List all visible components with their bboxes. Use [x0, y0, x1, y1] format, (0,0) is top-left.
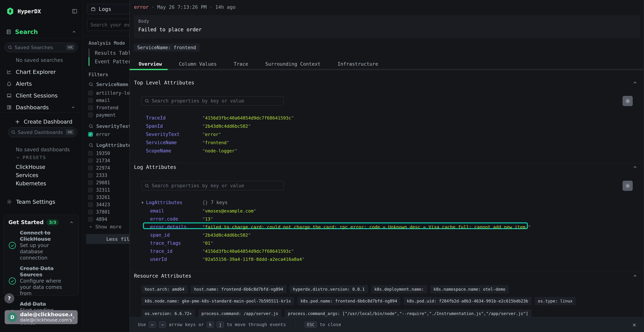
less-filters-button[interactable]: Less filters	[86, 234, 130, 244]
saved-searches-input[interactable]: ⌘K	[5, 42, 78, 52]
top-attrs-settings-button[interactable]	[622, 96, 633, 106]
attr-key[interactable]: userId	[150, 256, 167, 262]
filter-option[interactable]: email	[88, 96, 110, 104]
attr-key[interactable]: LogAttributes	[146, 200, 182, 205]
saved-dashboards-input[interactable]: ⌘K	[8, 127, 77, 137]
source-select[interactable]: Logs	[87, 4, 130, 14]
attr-key[interactable]: SpanId	[146, 124, 163, 129]
checkbox[interactable]	[88, 202, 93, 207]
top-attrs-search-input[interactable]	[142, 96, 284, 106]
filter-group-servicename[interactable]: ServiceName	[88, 82, 128, 87]
attr-key[interactable]: span_id	[150, 232, 170, 238]
mode-event-patterns[interactable]: Event Patterns	[88, 57, 130, 66]
sidebar-collapse-icon[interactable]	[72, 8, 78, 14]
top-attrs-search-field[interactable]	[152, 98, 281, 104]
attr-key[interactable]: trace_flags	[150, 240, 181, 246]
checkbox[interactable]	[88, 113, 93, 117]
tab-overview[interactable]: Overview	[139, 61, 162, 67]
resource-tag[interactable]: os.type: linux	[535, 297, 576, 305]
checkbox[interactable]	[88, 166, 93, 170]
attr-key[interactable]: ServiceName	[146, 140, 177, 145]
checkbox[interactable]	[88, 195, 93, 200]
filter-option[interactable]: 22974	[88, 164, 110, 172]
chevron-up-icon[interactable]	[71, 105, 75, 110]
servicename-chip[interactable]: ServiceName: frontend	[134, 44, 200, 52]
resource-tag[interactable]: k8s.pod.uid: f284fb2d-a0b3-4634-991b-e2c…	[404, 297, 532, 305]
filter-option[interactable]: 19350	[88, 150, 110, 157]
log-attrs-search-field[interactable]	[152, 183, 281, 188]
sidebar-item-clickhouse[interactable]: ClickHouse	[16, 164, 46, 170]
sidebar-item-team-settings[interactable]: Team Settings	[0, 198, 82, 206]
resource-tag[interactable]: k8s.deployment.name:	[371, 285, 427, 293]
checkbox[interactable]	[88, 210, 93, 214]
chevron-up-icon[interactable]	[72, 30, 76, 34]
sidebar-item-dashboards[interactable]: Dashboards	[0, 103, 82, 112]
get-started-header[interactable]: Get Started 3/3	[8, 219, 74, 226]
create-dashboard-button[interactable]: + Create Dashboard	[0, 117, 82, 126]
show-more-button[interactable]: Show more	[88, 224, 122, 230]
get-started-step-connect[interactable]: Connect to ClickHouse Set up your databa…	[8, 230, 74, 261]
checkbox[interactable]	[88, 173, 93, 178]
checkbox[interactable]	[88, 158, 93, 163]
sidebar-item-chart-explorer[interactable]: Chart Explorer	[0, 68, 82, 76]
tab-column-values[interactable]: Column Values	[179, 61, 217, 67]
filter-option[interactable]: 21734	[88, 157, 110, 164]
resource-tag[interactable]: hyperdx.distro.version: 0.8.1	[290, 285, 368, 293]
events-search-input[interactable]	[87, 19, 130, 31]
filter-option[interactable]: payment	[88, 111, 116, 118]
resource-tag[interactable]: k8s.namespace.name: otel-demo	[430, 285, 509, 293]
resource-tag[interactable]: k8s.pod.name: frontend-6b6c8d7bfd-ng894	[297, 297, 400, 305]
attr-key[interactable]: TraceId	[146, 115, 166, 120]
help-button[interactable]: ?	[4, 293, 14, 304]
checkbox[interactable]	[88, 180, 93, 185]
chevron-up-icon[interactable]	[69, 220, 74, 225]
checkbox[interactable]	[88, 217, 93, 222]
sidebar-item-alerts[interactable]: Alerts	[0, 80, 82, 88]
resource-tag[interactable]: host.name: frontend-6b6c8d7bfd-ng894	[191, 285, 286, 293]
tab-trace[interactable]: Trace	[234, 61, 248, 67]
filter-option[interactable]: 32311	[88, 186, 110, 194]
log-attrs-search-input[interactable]	[142, 181, 284, 190]
filter-option[interactable]: 4894	[88, 216, 107, 223]
resource-tag[interactable]: process.command: /app/server.js	[198, 310, 282, 318]
resource-tag[interactable]: os.version: 6.6.72+	[142, 310, 195, 318]
filter-option[interactable]: artillery-loadgen	[88, 89, 130, 96]
resource-tag[interactable]: host.arch: amd64	[142, 285, 188, 293]
saved-searches-field[interactable]	[14, 45, 66, 50]
close-icon[interactable]: ✕	[632, 321, 636, 328]
attr-key[interactable]: ScopeName	[146, 148, 171, 154]
attr-key[interactable]: error.code	[150, 216, 178, 222]
chevron-up-icon[interactable]	[632, 80, 638, 85]
mode-results-table[interactable]: Results Table	[88, 49, 130, 57]
checkbox[interactable]	[88, 151, 93, 156]
caret-down-icon[interactable]: ▾	[142, 200, 144, 205]
resource-tag[interactable]: k8s.node.name: gke-pme-k8s-standard-main…	[142, 297, 294, 305]
sidebar-item-client-sessions[interactable]: Client Sessions	[0, 91, 82, 100]
events-search-field[interactable]	[90, 22, 130, 28]
saved-dashboards-field[interactable]	[18, 130, 66, 135]
filter-option[interactable]: 33261	[88, 194, 110, 201]
filter-group-severitytext[interactable]: SeverityText	[88, 124, 130, 129]
presets-toggle[interactable]: PRESETS	[16, 155, 46, 160]
filter-group-logattributes[interactable]: LogAttributes	[88, 142, 130, 148]
resource-tag[interactable]: process.command_args: ["/usr/local/bin/n…	[284, 310, 531, 318]
filter-option[interactable]: 2333	[88, 172, 107, 179]
filter-option-error[interactable]: error	[88, 130, 110, 138]
sidebar-item-search[interactable]: Search	[6, 28, 76, 36]
attr-key[interactable]: email	[150, 208, 164, 214]
tree-root-row[interactable]: ▾ LogAttributes {} 7 keys	[130, 198, 644, 207]
filter-option[interactable]: 29081	[88, 179, 110, 186]
checkbox[interactable]	[88, 188, 93, 192]
checkbox[interactable]	[88, 105, 93, 110]
tab-surrounding-context[interactable]: Surrounding Context	[265, 61, 320, 67]
checkbox[interactable]	[88, 91, 93, 95]
chevron-up-icon[interactable]	[632, 164, 638, 170]
filter-option[interactable]: 37801	[88, 208, 110, 216]
attr-key[interactable]: SeverityText	[146, 132, 180, 137]
checkbox[interactable]	[88, 98, 93, 103]
filter-option[interactable]: frontend	[88, 104, 118, 111]
sidebar-item-services[interactable]: Services	[16, 172, 38, 178]
get-started-step-sources[interactable]: Create Data Sources Configure where your…	[8, 265, 74, 296]
tab-infrastructure[interactable]: Infrastructure	[338, 61, 378, 67]
user-badge[interactable]: D dale@clickhouse.com dale@clickhouse.co…	[5, 310, 78, 324]
